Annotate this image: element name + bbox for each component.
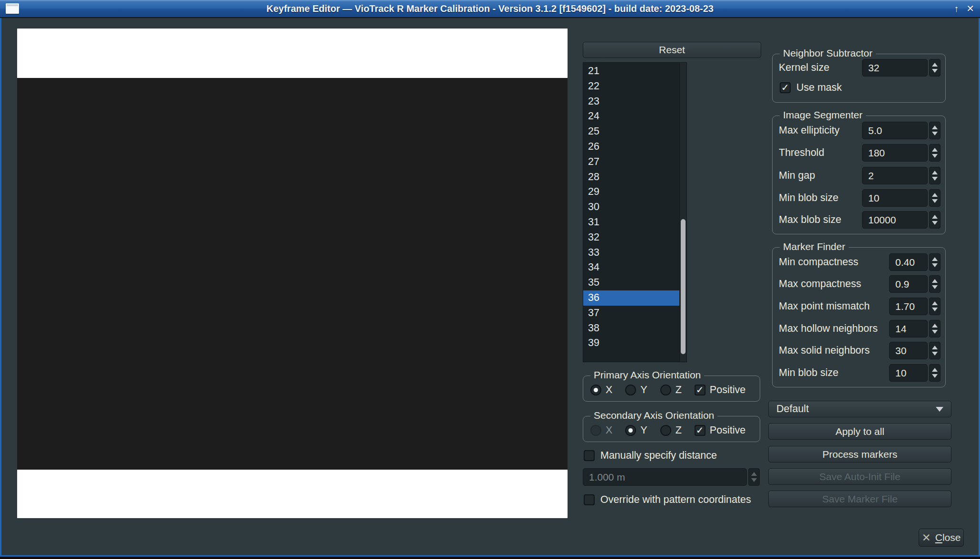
axis-option-x: X	[590, 384, 612, 396]
keyframe-item-28[interactable]: 28	[583, 170, 686, 185]
spin-value[interactable]: 32	[862, 59, 928, 77]
distance-spinbox[interactable]: 1.000 m	[583, 468, 760, 486]
spinner-arrows-icon[interactable]	[929, 144, 941, 162]
primary-axis-title: Primary Axis Orientation	[590, 369, 704, 381]
axis-option-z: Z	[660, 424, 682, 436]
close-button[interactable]: ✕ Close	[919, 529, 964, 547]
spinner-arrows-icon[interactable]	[929, 211, 941, 229]
positive-checkbox[interactable]	[695, 385, 706, 395]
keyframe-item-22[interactable]: 22	[583, 79, 686, 94]
keyframe-item-25[interactable]: 25	[583, 124, 686, 139]
close-x-icon: ✕	[922, 532, 931, 543]
spinner-arrows-icon[interactable]	[748, 468, 760, 486]
neighbor-subtractor-title: Neighbor Subtractor	[780, 48, 876, 59]
keyframe-item-26[interactable]: 26	[583, 139, 686, 154]
preset-dropdown[interactable]: Default	[768, 401, 951, 417]
spin-value[interactable]: 14	[889, 320, 928, 337]
param-row-kernel-size: Kernel size32	[779, 59, 941, 77]
keyframe-item-29[interactable]: 29	[583, 184, 686, 200]
reset-button[interactable]: Reset	[583, 42, 761, 58]
param-label: Threshold	[779, 147, 862, 159]
min-blob-size-spinbox[interactable]: 10	[889, 364, 941, 382]
max-blob-size-spinbox[interactable]: 10000	[862, 211, 941, 229]
spin-value[interactable]: 10	[862, 189, 928, 207]
spinner-arrows-icon[interactable]	[929, 320, 941, 337]
param-label: Max point mismatch	[779, 300, 889, 312]
camera-view: 3316161b1b2727343439394747565615151a1a26…	[17, 29, 568, 518]
use-mask-row: Use mask	[780, 82, 842, 94]
distance-value[interactable]: 1.000 m	[583, 468, 747, 486]
min-blob-size-spinbox[interactable]: 10	[862, 189, 941, 207]
spin-value[interactable]: 180	[862, 144, 928, 162]
spin-value[interactable]: 0.40	[889, 253, 928, 271]
keyframe-item-24[interactable]: 24	[583, 109, 686, 124]
keyframe-item-39[interactable]: 39	[583, 336, 686, 351]
positive-checkbox[interactable]	[695, 425, 706, 436]
max-hollow-neighbors-spinbox[interactable]: 14	[889, 320, 941, 337]
save-marker-file-button[interactable]: Save Marker File	[768, 491, 951, 507]
spin-value[interactable]: 1.70	[889, 298, 928, 315]
calibration-photo: 3316161b1b2727343439394747565615151a1a26…	[17, 29, 568, 518]
spin-value[interactable]: 0.9	[889, 275, 928, 293]
min-gap-spinbox[interactable]: 2	[862, 167, 941, 184]
keyframe-list[interactable]: 21222324252627282930313233343536373839	[583, 62, 687, 362]
min-compactness-spinbox[interactable]: 0.40	[889, 253, 941, 271]
titlebar[interactable]: Keyframe Editor — VioTrack R Marker Cali…	[0, 0, 980, 18]
keyframe-item-35[interactable]: 35	[583, 275, 686, 290]
kernel-size-spinbox[interactable]: 32	[862, 59, 941, 77]
threshold-spinbox[interactable]: 180	[862, 144, 941, 162]
save-auto-init-file-button[interactable]: Save Auto-Init File	[768, 468, 951, 485]
spinner-arrows-icon[interactable]	[929, 167, 941, 184]
radio-x[interactable]	[590, 385, 601, 395]
spinner-arrows-icon[interactable]	[929, 59, 941, 77]
use-mask-checkbox[interactable]	[780, 82, 791, 93]
radio-z[interactable]	[660, 425, 671, 436]
spinner-arrows-icon[interactable]	[929, 342, 941, 359]
override-checkbox[interactable]	[584, 494, 595, 505]
process-markers-button[interactable]: Process markers	[768, 446, 951, 463]
keyframe-item-34[interactable]: 34	[583, 260, 686, 275]
max-solid-neighbors-spinbox[interactable]: 30	[889, 342, 941, 359]
spinner-arrows-icon[interactable]	[929, 298, 941, 315]
keyframe-item-37[interactable]: 37	[583, 306, 686, 321]
scrollbar-thumb[interactable]	[681, 219, 686, 354]
app-window: Keyframe Editor — VioTrack R Marker Cali…	[0, 0, 980, 557]
max-point-mismatch-spinbox[interactable]: 1.70	[889, 298, 941, 315]
spin-value[interactable]: 30	[889, 342, 928, 359]
param-row-min-gap: Min gap2	[779, 167, 941, 184]
apply-to-all-button[interactable]: Apply to all	[768, 423, 951, 440]
keyframe-item-38[interactable]: 38	[583, 321, 686, 336]
keyframe-item-21[interactable]: 21	[583, 64, 686, 79]
spinner-arrows-icon[interactable]	[929, 189, 941, 207]
spin-value[interactable]: 2	[862, 167, 928, 184]
radio-x[interactable]	[590, 425, 601, 436]
keyframe-item-27[interactable]: 27	[583, 154, 686, 170]
list-scrollbar[interactable]	[679, 63, 686, 362]
close-window-icon[interactable]: ✕	[966, 4, 974, 13]
spin-value[interactable]: 10	[889, 364, 928, 382]
keyframe-item-36[interactable]: 36	[583, 290, 686, 306]
spinner-arrows-icon[interactable]	[929, 275, 941, 293]
keyframe-item-33[interactable]: 33	[583, 245, 686, 260]
keyframe-item-32[interactable]: 32	[583, 230, 686, 245]
shade-window-icon[interactable]: ↑	[954, 4, 959, 13]
param-row-max-solid-neighbors: Max solid neighbors30	[779, 342, 941, 359]
spin-value[interactable]: 10000	[862, 211, 928, 229]
spinner-arrows-icon[interactable]	[929, 122, 941, 139]
spinner-arrows-icon[interactable]	[929, 364, 941, 382]
manual-distance-checkbox[interactable]	[584, 450, 595, 461]
param-label: Kernel size	[779, 62, 862, 74]
radio-y[interactable]	[625, 385, 636, 395]
max-ellipticity-spinbox[interactable]: 5.0	[862, 122, 941, 139]
override-row: Override with pattern coordinates	[584, 494, 751, 506]
param-label: Max hollow neighbors	[779, 323, 889, 335]
max-compactness-spinbox[interactable]: 0.9	[889, 275, 941, 293]
spinner-arrows-icon[interactable]	[929, 253, 941, 271]
spin-value[interactable]: 5.0	[862, 122, 928, 139]
keyframe-item-23[interactable]: 23	[583, 94, 686, 109]
radio-label: X	[606, 424, 612, 436]
radio-y[interactable]	[625, 425, 636, 436]
radio-z[interactable]	[660, 385, 671, 395]
keyframe-item-31[interactable]: 31	[583, 215, 686, 230]
keyframe-item-30[interactable]: 30	[583, 200, 686, 215]
